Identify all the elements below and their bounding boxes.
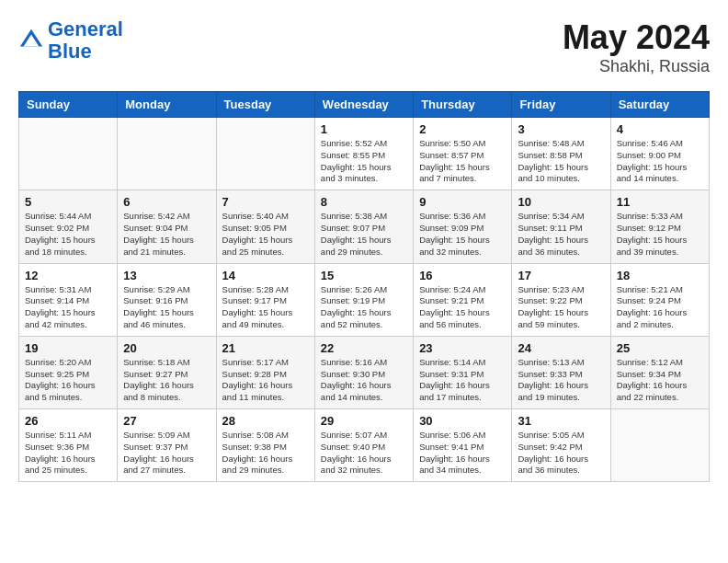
calendar-cell: 1Sunrise: 5:52 AM Sunset: 8:55 PM Daylig… [314,118,413,190]
day-number: 19 [25,341,111,355]
calendar-cell: 21Sunrise: 5:17 AM Sunset: 9:28 PM Dayli… [216,336,314,408]
logo-general: General [48,17,123,40]
day-number: 5 [25,195,111,209]
day-info: Sunrise: 5:16 AM Sunset: 9:30 PM Dayligh… [321,357,407,404]
calendar-cell: 14Sunrise: 5:28 AM Sunset: 9:17 PM Dayli… [216,263,314,336]
day-info: Sunrise: 5:14 AM Sunset: 9:31 PM Dayligh… [419,357,506,404]
weekday-header: Wednesday [314,92,413,118]
calendar-cell: 23Sunrise: 5:14 AM Sunset: 9:31 PM Dayli… [414,336,512,408]
day-number: 20 [123,341,210,355]
day-info: Sunrise: 5:38 AM Sunset: 9:07 PM Dayligh… [321,211,407,258]
calendar-cell: 9Sunrise: 5:36 AM Sunset: 9:09 PM Daylig… [414,190,512,263]
calendar-cell: 6Sunrise: 5:42 AM Sunset: 9:04 PM Daylig… [118,190,216,263]
day-info: Sunrise: 5:21 AM Sunset: 9:24 PM Dayligh… [617,284,703,331]
calendar-cell: 12Sunrise: 5:31 AM Sunset: 9:14 PM Dayli… [19,263,118,336]
day-info: Sunrise: 5:28 AM Sunset: 9:17 PM Dayligh… [222,284,309,331]
calendar-week-row: 5Sunrise: 5:44 AM Sunset: 9:02 PM Daylig… [19,190,710,263]
day-number: 2 [419,122,506,136]
calendar-cell: 4Sunrise: 5:46 AM Sunset: 9:00 PM Daylig… [610,118,709,190]
day-info: Sunrise: 5:52 AM Sunset: 8:55 PM Dayligh… [321,138,407,185]
day-number: 17 [518,269,604,282]
weekday-header: Monday [118,92,216,118]
day-info: Sunrise: 5:36 AM Sunset: 9:09 PM Dayligh… [419,211,506,258]
calendar-cell: 30Sunrise: 5:06 AM Sunset: 9:41 PM Dayli… [414,409,512,482]
day-number: 1 [321,122,407,136]
calendar-cell: 5Sunrise: 5:44 AM Sunset: 9:02 PM Daylig… [19,190,118,263]
day-info: Sunrise: 5:48 AM Sunset: 8:58 PM Dayligh… [518,138,604,185]
day-info: Sunrise: 5:42 AM Sunset: 9:04 PM Dayligh… [123,211,210,258]
day-info: Sunrise: 5:05 AM Sunset: 9:42 PM Dayligh… [518,430,604,477]
calendar-cell: 10Sunrise: 5:34 AM Sunset: 9:11 PM Dayli… [512,190,610,263]
month-title: May 2024 Shakhi, Russia [563,18,710,76]
page-header: General Blue May 2024 Shakhi, Russia [18,18,710,76]
weekday-header: Saturday [610,92,709,118]
calendar-cell: 25Sunrise: 5:12 AM Sunset: 9:34 PM Dayli… [610,336,709,408]
day-number: 10 [518,195,604,209]
calendar-cell: 13Sunrise: 5:29 AM Sunset: 9:16 PM Dayli… [118,263,216,336]
calendar-body: 1Sunrise: 5:52 AM Sunset: 8:55 PM Daylig… [19,118,710,482]
calendar-cell: 31Sunrise: 5:05 AM Sunset: 9:42 PM Dayli… [512,409,610,482]
logo-text: General Blue [48,18,123,63]
day-number: 21 [222,341,309,355]
day-info: Sunrise: 5:23 AM Sunset: 9:22 PM Dayligh… [518,284,604,331]
weekday-header: Tuesday [216,92,314,118]
weekday-header: Sunday [19,92,118,118]
day-info: Sunrise: 5:34 AM Sunset: 9:11 PM Dayligh… [518,211,604,258]
calendar-cell: 19Sunrise: 5:20 AM Sunset: 9:25 PM Dayli… [19,336,118,408]
calendar-cell: 3Sunrise: 5:48 AM Sunset: 8:58 PM Daylig… [512,118,610,190]
calendar-week-row: 12Sunrise: 5:31 AM Sunset: 9:14 PM Dayli… [19,263,710,336]
day-number: 26 [25,414,111,428]
day-number: 8 [321,195,407,209]
calendar-cell: 15Sunrise: 5:26 AM Sunset: 9:19 PM Dayli… [314,263,413,336]
day-info: Sunrise: 5:07 AM Sunset: 9:40 PM Dayligh… [321,430,407,477]
day-info: Sunrise: 5:12 AM Sunset: 9:34 PM Dayligh… [617,357,703,404]
day-number: 28 [222,414,309,428]
day-number: 31 [518,414,604,428]
day-info: Sunrise: 5:11 AM Sunset: 9:36 PM Dayligh… [25,430,111,477]
weekday-row: SundayMondayTuesdayWednesdayThursdayFrid… [19,92,710,118]
logo: General Blue [18,18,123,63]
day-number: 25 [617,341,703,355]
day-info: Sunrise: 5:17 AM Sunset: 9:28 PM Dayligh… [222,357,309,404]
day-number: 22 [321,341,407,355]
calendar-cell [19,118,118,190]
day-number: 13 [123,269,210,282]
calendar-week-row: 19Sunrise: 5:20 AM Sunset: 9:25 PM Dayli… [19,336,710,408]
calendar-cell [610,409,709,482]
day-info: Sunrise: 5:09 AM Sunset: 9:37 PM Dayligh… [123,430,210,477]
calendar-cell: 18Sunrise: 5:21 AM Sunset: 9:24 PM Dayli… [610,263,709,336]
day-number: 6 [123,195,210,209]
day-info: Sunrise: 5:18 AM Sunset: 9:27 PM Dayligh… [123,357,210,404]
calendar-cell: 8Sunrise: 5:38 AM Sunset: 9:07 PM Daylig… [314,190,413,263]
day-info: Sunrise: 5:33 AM Sunset: 9:12 PM Dayligh… [617,211,703,258]
day-number: 3 [518,122,604,136]
calendar-cell [216,118,314,190]
calendar-cell: 27Sunrise: 5:09 AM Sunset: 9:37 PM Dayli… [118,409,216,482]
day-info: Sunrise: 5:46 AM Sunset: 9:00 PM Dayligh… [617,138,703,185]
day-number: 15 [321,269,407,282]
weekday-header: Friday [512,92,610,118]
day-info: Sunrise: 5:26 AM Sunset: 9:19 PM Dayligh… [321,284,407,331]
calendar-week-row: 1Sunrise: 5:52 AM Sunset: 8:55 PM Daylig… [19,118,710,190]
weekday-header: Thursday [414,92,512,118]
day-info: Sunrise: 5:08 AM Sunset: 9:38 PM Dayligh… [222,430,309,477]
day-number: 23 [419,341,506,355]
day-info: Sunrise: 5:50 AM Sunset: 8:57 PM Dayligh… [419,138,506,185]
logo-blue: Blue [48,40,123,63]
day-info: Sunrise: 5:24 AM Sunset: 9:21 PM Dayligh… [419,284,506,331]
day-number: 16 [419,269,506,282]
calendar-cell: 7Sunrise: 5:40 AM Sunset: 9:05 PM Daylig… [216,190,314,263]
day-number: 4 [617,122,703,136]
calendar-cell: 22Sunrise: 5:16 AM Sunset: 9:30 PM Dayli… [314,336,413,408]
calendar-cell: 2Sunrise: 5:50 AM Sunset: 8:57 PM Daylig… [414,118,512,190]
day-info: Sunrise: 5:29 AM Sunset: 9:16 PM Dayligh… [123,284,210,331]
calendar-cell: 26Sunrise: 5:11 AM Sunset: 9:36 PM Dayli… [19,409,118,482]
month-year: May 2024 [563,18,710,57]
day-number: 29 [321,414,407,428]
day-number: 9 [419,195,506,209]
day-number: 14 [222,269,309,282]
day-info: Sunrise: 5:40 AM Sunset: 9:05 PM Dayligh… [222,211,309,258]
day-info: Sunrise: 5:20 AM Sunset: 9:25 PM Dayligh… [25,357,111,404]
day-number: 27 [123,414,210,428]
calendar-cell: 17Sunrise: 5:23 AM Sunset: 9:22 PM Dayli… [512,263,610,336]
